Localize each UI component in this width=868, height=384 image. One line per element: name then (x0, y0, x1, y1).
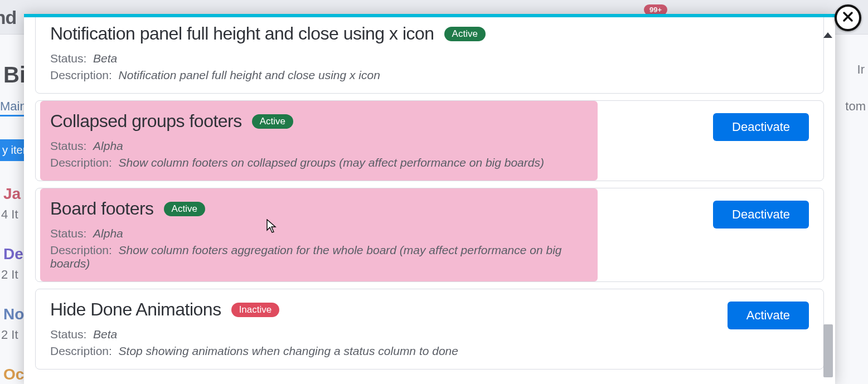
feature-description: Description: Notification panel full hei… (50, 69, 809, 82)
feature-title: Notification panel full height and close… (50, 23, 434, 44)
feature-status: Status: Alpha (50, 227, 592, 240)
right-label-partial: tom (845, 99, 866, 114)
feature-title: Board footers (50, 198, 154, 219)
group-count: 2 It (1, 268, 18, 282)
scroll-up-arrow-icon[interactable] (823, 32, 832, 38)
active-badge: Active (444, 27, 486, 41)
feature-status: Status: Alpha (50, 139, 592, 153)
feature-status: Status: Beta (50, 52, 809, 65)
feature-card: Board footersActiveStatus: AlphaDescript… (35, 188, 824, 282)
group-name[interactable]: Ja (3, 185, 21, 203)
feature-title-row: Board footersActive (50, 198, 592, 219)
feature-info: Board footersActiveStatus: AlphaDescript… (40, 188, 598, 281)
deactivate-button[interactable]: Deactivate (713, 201, 809, 229)
brand-partial: ond (0, 7, 16, 28)
close-icon (841, 10, 855, 26)
feature-card: Collapsed groups footersActiveStatus: Al… (35, 100, 824, 181)
tab-main[interactable]: Main (0, 99, 27, 114)
group-name[interactable]: No (3, 305, 24, 323)
deactivate-button[interactable]: Deactivate (713, 113, 809, 141)
active-badge: Active (252, 114, 293, 129)
feature-info: Hide Done AnimationsInactiveStatus: Beta… (50, 299, 716, 358)
group-name[interactable]: De (3, 245, 23, 263)
feature-title-row: Collapsed groups footersActive (50, 111, 592, 132)
group-name[interactable]: Oc (3, 366, 24, 383)
right-icon-partial: Ir (857, 62, 865, 77)
feature-title-row: Hide Done AnimationsInactive (50, 299, 716, 320)
inactive-badge: Inactive (231, 303, 280, 317)
feature-title: Collapsed groups footers (50, 111, 242, 132)
group-count: 2 It (1, 328, 18, 342)
feature-info: Notification panel full height and close… (50, 23, 809, 82)
activate-button[interactable]: Activate (728, 302, 809, 329)
modal-scroll-area[interactable]: Notification panel full height and close… (35, 17, 824, 384)
feature-card: Hide Done AnimationsInactiveStatus: Beta… (35, 289, 824, 370)
feature-description: Description: Show column footers aggrega… (50, 244, 592, 270)
feature-info: Collapsed groups footersActiveStatus: Al… (40, 101, 598, 181)
group-count: 4 It (1, 207, 18, 222)
feature-status: Status: Beta (50, 328, 716, 341)
close-button[interactable] (835, 4, 861, 31)
feature-card: Notification panel full height and close… (35, 17, 824, 94)
feature-description: Description: Stop showing animations whe… (50, 344, 716, 358)
active-badge: Active (164, 202, 205, 216)
feature-flags-modal: Notification panel full height and close… (24, 14, 835, 384)
feature-title-row: Notification panel full height and close… (50, 23, 809, 44)
feature-description: Description: Show column footers on coll… (50, 156, 592, 169)
scrollbar-thumb[interactable] (823, 324, 833, 377)
feature-title: Hide Done Animations (50, 299, 221, 320)
